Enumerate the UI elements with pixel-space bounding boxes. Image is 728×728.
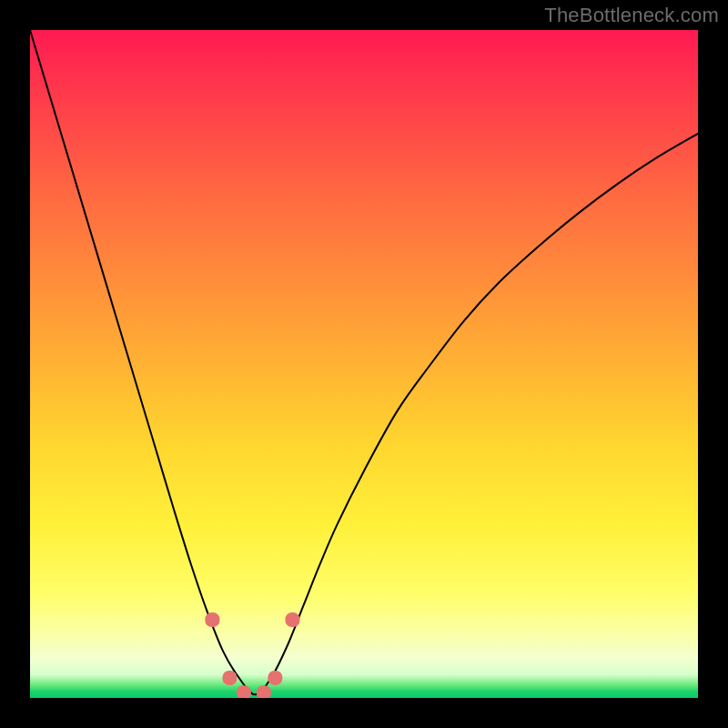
chart-plot-area — [30, 30, 698, 698]
curve-markers — [205, 612, 299, 698]
curve-marker — [222, 671, 237, 685]
watermark-text: TheBottleneck.com — [544, 4, 719, 27]
curve-marker — [285, 612, 299, 627]
curve-marker — [205, 612, 219, 627]
chart-frame: TheBottleneck.com — [0, 0, 728, 728]
curve-marker — [237, 685, 251, 698]
bottleneck-curve-path — [30, 30, 698, 694]
curve-marker — [257, 685, 271, 698]
bottleneck-curve — [30, 30, 698, 698]
curve-marker — [268, 671, 282, 685]
